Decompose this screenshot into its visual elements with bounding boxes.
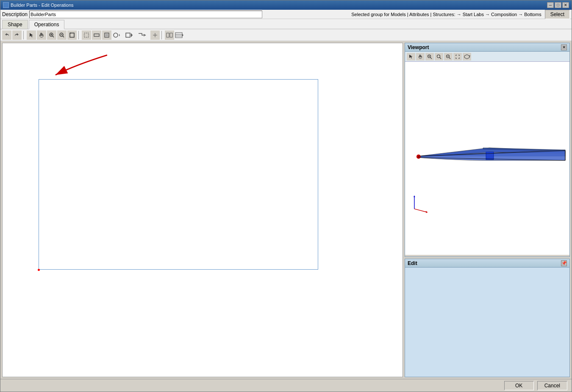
window-title: Builder Parts - Edit Operations [11, 3, 74, 8]
vp-3d-dropdown[interactable] [463, 53, 471, 61]
shape-tool-6[interactable] [150, 30, 160, 40]
menu-left: Description [2, 11, 351, 18]
svg-rect-10 [94, 34, 99, 36]
edit-panel-pin-button[interactable]: 📌 [561, 260, 567, 266]
rect-select-button[interactable] [82, 30, 91, 40]
viewport-canvas [405, 62, 569, 255]
svg-line-31 [440, 57, 441, 59]
title-bar-buttons: ─ □ ✕ [547, 2, 569, 8]
svg-rect-7 [70, 33, 74, 37]
svg-rect-37 [486, 152, 494, 160]
svg-marker-35 [469, 55, 470, 57]
svg-point-13 [114, 33, 118, 37]
drawing-rect [39, 79, 318, 270]
separator-2 [78, 31, 80, 39]
main-window: Builder Parts - Edit Operations ─ □ ✕ De… [0, 0, 572, 392]
viewport-header: Viewport ✕ [405, 43, 569, 52]
shape-tool-3-dropdown[interactable] [112, 30, 124, 40]
shape-tool-2[interactable] [102, 30, 111, 40]
svg-line-5 [63, 36, 64, 37]
columns-button[interactable] [165, 30, 174, 40]
description-label: Description [2, 11, 28, 17]
app-icon [3, 2, 9, 8]
selected-group-text: Selected group for Models | Attributes |… [351, 12, 541, 17]
undo-button[interactable] [2, 30, 11, 40]
svg-rect-20 [170, 33, 172, 37]
svg-rect-12 [106, 34, 108, 36]
svg-rect-19 [167, 33, 169, 37]
red-dot [38, 269, 40, 271]
viewport-close-button[interactable]: ✕ [561, 44, 567, 50]
canvas-inner [3, 43, 403, 377]
vp-fit-button[interactable] [453, 53, 462, 61]
cursor-button[interactable] [27, 30, 36, 40]
separator-1 [23, 31, 25, 39]
viewport-panel: Viewport ✕ [405, 43, 570, 257]
maximize-button[interactable]: □ [555, 2, 561, 8]
menu-bar: Description Selected group for Models | … [0, 10, 572, 19]
svg-marker-16 [131, 33, 133, 37]
tab-shape[interactable]: Shape [2, 20, 28, 29]
canvas-area[interactable] [2, 43, 403, 377]
svg-point-30 [437, 55, 440, 58]
edit-panel-title: Edit [408, 260, 417, 266]
vp-cursor-button[interactable] [407, 53, 415, 61]
shape-tool-5-dropdown[interactable] [138, 30, 150, 40]
edit-panel-header: Edit 📌 [405, 259, 569, 268]
viewport-title: Viewport [408, 44, 429, 50]
viewport-3d-view [405, 62, 569, 255]
svg-rect-9 [84, 33, 89, 37]
vp-zoom-region-button[interactable] [425, 53, 434, 61]
svg-point-38 [417, 155, 421, 159]
select-button[interactable]: Select [545, 10, 570, 19]
ok-button[interactable]: OK [504, 381, 534, 390]
vp-hand-button[interactable] [416, 53, 425, 61]
svg-marker-24 [182, 34, 183, 36]
main-content: Viewport ✕ [0, 41, 572, 379]
redo-button[interactable] [12, 30, 22, 40]
tabs-bar: Shape Operations [0, 19, 572, 29]
shape-tool-4-dropdown[interactable] [125, 30, 137, 40]
svg-rect-21 [175, 33, 182, 38]
description-input[interactable] [29, 11, 262, 18]
svg-line-27 [430, 57, 432, 59]
title-bar-left: Builder Parts - Edit Operations [3, 2, 74, 8]
title-bar: Builder Parts - Edit Operations ─ □ ✕ [0, 0, 572, 10]
svg-marker-14 [119, 34, 120, 36]
zoom-out-button[interactable] [57, 30, 67, 40]
menu-right: Selected group for Models | Attributes |… [351, 10, 570, 19]
view-dropdown[interactable] [175, 30, 187, 40]
close-button[interactable]: ✕ [562, 2, 569, 8]
zoom-fit-button[interactable] [67, 30, 77, 40]
zoom-in-button[interactable] [47, 30, 56, 40]
status-bar: OK Cancel [0, 379, 572, 392]
shape-tool-1[interactable] [92, 30, 101, 40]
right-panel: Viewport ✕ [405, 43, 570, 377]
svg-rect-15 [126, 33, 130, 37]
svg-line-34 [449, 58, 450, 59]
minimize-button[interactable]: ─ [547, 2, 554, 8]
vp-zoom-in-button[interactable] [435, 53, 443, 61]
description-field: Description [2, 11, 262, 18]
edit-panel: Edit 📌 [405, 259, 570, 377]
separator-3 [161, 31, 163, 39]
toolbar [0, 29, 572, 41]
edit-canvas [405, 268, 569, 377]
vp-zoom-out-button[interactable] [444, 53, 453, 61]
svg-line-1 [53, 36, 54, 37]
hand-button[interactable] [37, 30, 46, 40]
tab-operations[interactable]: Operations [29, 20, 65, 29]
cancel-button[interactable]: Cancel [537, 381, 567, 390]
resize-handle[interactable] [405, 255, 569, 257]
viewport-toolbar [405, 52, 569, 62]
menu-section: Description Selected group for Models | … [2, 10, 570, 19]
